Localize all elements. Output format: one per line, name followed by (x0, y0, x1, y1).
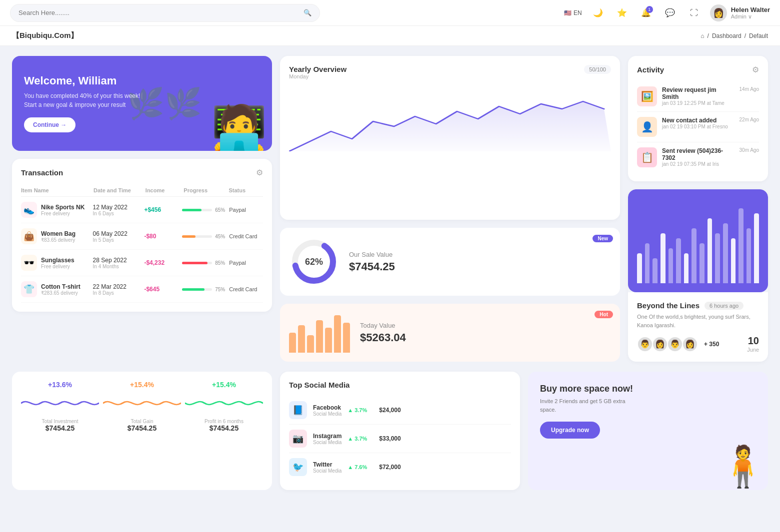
social-icon: 📷 (289, 430, 307, 448)
event-date: 10 June (747, 335, 759, 353)
user-role: Admin ∨ (731, 13, 770, 20)
activity-content: Sent review (504)236-7302 jan 02 19 07:3… (662, 147, 734, 167)
item-cell: 👕 Cotton T-shirt ₹283.65 delivery (21, 281, 89, 297)
activity-item-title: Review request jim Smith (662, 86, 734, 100)
today-value-card: Today Value $5263.04 Hot (280, 304, 620, 362)
col-date: Date and Time (94, 187, 142, 193)
purple-bar (738, 208, 744, 283)
progress-fill (182, 288, 204, 291)
chat-icon[interactable]: 💬 (662, 5, 678, 21)
date-sub: In 6 Days (93, 211, 140, 216)
upgrade-button[interactable]: Upgrade now (540, 422, 600, 439)
activity-time: 30m Ago (740, 147, 759, 153)
today-bar (289, 333, 296, 353)
social-growth: ▲ 3.7% (348, 407, 367, 413)
home-icon[interactable]: ⌂ (700, 32, 704, 39)
table-row: 👟 Nike Sports NK Free delivery 12 May 20… (21, 197, 263, 223)
date-main: 06 May 2022 (93, 230, 140, 237)
income-value: -$4,232 (144, 259, 178, 266)
sale-info: Our Sale Value $7454.25 (349, 251, 611, 273)
social-details: Twitter Social Media (313, 461, 342, 474)
sep2: / (744, 32, 746, 39)
item-sub: ₹283.65 delivery (41, 290, 80, 296)
progress-fill (182, 235, 196, 238)
search-bar[interactable]: 🔍 (10, 4, 320, 22)
growth-arrow: ▲ (348, 436, 353, 442)
date-main: 12 May 2022 (93, 204, 140, 211)
today-label: Today Value (360, 322, 611, 329)
activity-time: 22m Ago (740, 117, 759, 122)
purple-bar (668, 248, 674, 283)
bottom-row: +13.6% Total Investment $7454.25 +15.4% … (0, 372, 780, 502)
language-selector[interactable]: 🇺🇸 EN (564, 9, 582, 16)
growth-pct: 3.7% (354, 407, 367, 413)
social-name: Twitter (313, 461, 342, 468)
item-icon: 👕 (21, 281, 37, 297)
social-header: Top Social Media (289, 381, 511, 389)
transaction-settings-icon[interactable]: ⚙ (256, 168, 263, 177)
expand-icon[interactable]: ⛶ (686, 5, 702, 21)
progress-cell: 85% (182, 260, 225, 266)
progress-cell: 45% (182, 234, 225, 239)
item-icon: 👜 (21, 228, 37, 244)
sale-value-card: 62% Our Sale Value $7454.25 New (280, 228, 620, 296)
donut-label: 62% (305, 257, 323, 267)
item-icon: 🕶️ (21, 255, 37, 271)
avatar-4: 👩 (682, 336, 698, 352)
activity-card: Activity ⚙ 🖼️ Review request jim Smith j… (628, 56, 768, 181)
star-icon[interactable]: ⭐ (614, 5, 630, 21)
activity-item-title: New contact added (662, 117, 734, 124)
nav-right: 🇺🇸 EN 🌙 ⭐ 🔔 1 💬 ⛶ 👩 Helen Walter Admin ∨ (564, 4, 770, 21)
status-text: Paypal (229, 207, 263, 213)
item-name: Sunglasses (41, 257, 74, 264)
table-row: 👕 Cotton T-shirt ₹283.65 delivery 22 Mar… (21, 276, 263, 303)
continue-button[interactable]: Continue → (24, 117, 76, 132)
yearly-day: Monday (289, 73, 346, 79)
user-profile[interactable]: 👩 Helen Walter Admin ∨ (710, 4, 770, 21)
stat-wave-chart (21, 391, 99, 416)
progress-cell: 65% (182, 207, 225, 213)
stat-label: Total Gain (130, 419, 153, 424)
progress-bar (182, 209, 212, 211)
avatars: 👨 👩 👨 👩 + 350 (637, 336, 719, 352)
date-month: June (747, 347, 759, 353)
stats-card: +13.6% Total Investment $7454.25 +15.4% … (12, 372, 272, 490)
stat-pct: +15.4% (212, 381, 236, 389)
social-name: Facebook (313, 404, 342, 411)
income-value: -$80 (144, 233, 178, 240)
social-row: 📷 Instagram Social Media ▲ 3.7% $33,000 (289, 425, 511, 453)
social-amount: $72,000 (379, 464, 400, 471)
donut-chart: 62% (289, 237, 339, 287)
progress-fill (182, 209, 202, 211)
hot-badge: Hot (594, 311, 613, 318)
item-name: Women Bag (41, 230, 76, 237)
search-input[interactable] (18, 9, 300, 16)
darkmode-toggle[interactable]: 🌙 (590, 5, 606, 21)
progress-pct: 75% (215, 287, 225, 292)
today-bar (334, 315, 341, 353)
purple-bar-card (628, 189, 768, 292)
date-cell: 06 May 2022 In 5 Days (93, 230, 140, 243)
table-row: 🕶️ Sunglasses Free delivery 28 Sep 2022 … (21, 250, 263, 276)
activity-thumb: 🖼️ (637, 86, 657, 106)
buy-illustration: 🧍 (718, 443, 768, 490)
notification-badge: 1 (646, 6, 653, 13)
purple-bar (645, 243, 650, 283)
stat-wave-chart (103, 391, 181, 416)
stat-pct: +13.6% (48, 381, 72, 389)
activity-settings-icon[interactable]: ⚙ (752, 65, 759, 74)
item-cell: 👟 Nike Sports NK Free delivery (21, 202, 89, 218)
item-sub: ₹83.65 delivery (41, 237, 76, 243)
purple-bar (684, 253, 689, 283)
social-amount: $33,000 (379, 435, 400, 442)
notification-bell[interactable]: 🔔 1 (638, 5, 654, 21)
col-progress: Progress (184, 187, 224, 193)
item-sub: Free delivery (41, 264, 74, 269)
growth-arrow: ▲ (348, 407, 353, 413)
table-header: Item Name Date and Time Income Progress … (21, 184, 263, 197)
breadcrumb-dashboard[interactable]: Dashboard (712, 32, 742, 39)
avatar-3: 👨 (667, 336, 683, 352)
buy-space-card: Buy more space now! Invite 2 Friends and… (528, 372, 768, 490)
sale-amount: $7454.25 (349, 260, 611, 273)
breadcrumb-default[interactable]: Default (749, 32, 768, 39)
